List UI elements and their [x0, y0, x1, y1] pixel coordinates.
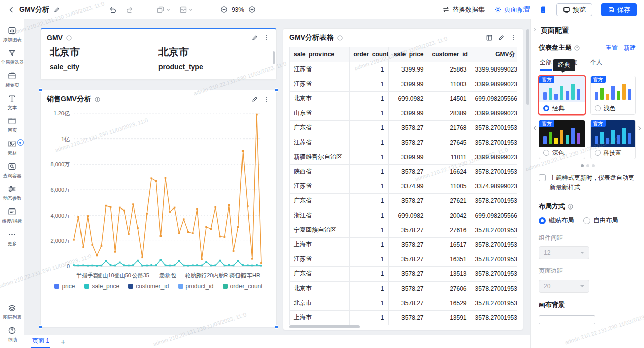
theme-tab-personal[interactable]: 个人	[590, 58, 602, 67]
carousel-next-icon[interactable]	[637, 125, 643, 131]
rename-edit-icon[interactable]	[53, 6, 60, 13]
table-row[interactable]: 江苏省13578.27163513578.270019531250	[290, 252, 517, 266]
table-row[interactable]: 江苏省13374.99110053374.989990234375	[290, 179, 517, 193]
table-row[interactable]: 北京市13578.27165293578.270019531250	[290, 296, 517, 310]
help-circle-icon[interactable]	[574, 45, 580, 51]
widget-gmv-table[interactable]: GMV分析表格 sale_provinceorder_countsale_pri…	[283, 28, 523, 330]
table-row[interactable]: 陕西省13578.27166243578.270019531250	[290, 164, 517, 179]
theme-card[interactable]: 官方经典	[539, 76, 585, 115]
table-row[interactable]: 广东省13578.27135133578.270019531250	[290, 266, 517, 281]
table-row[interactable]: 江苏省13399.99110033399.989990234375	[290, 77, 517, 91]
data-table[interactable]: sale_provinceorder_countsale_pricecustom…	[289, 47, 517, 325]
layer-order-button[interactable]	[179, 6, 193, 14]
table-column-header[interactable]: sale_price	[388, 47, 428, 62]
table-row[interactable]: 上海市13578.27135913578.270019531250	[290, 310, 517, 325]
more-options-icon[interactable]	[510, 34, 517, 41]
theme-card[interactable]: 官方浅色	[590, 76, 636, 115]
theme-radio[interactable]	[543, 150, 549, 156]
layout-option-selected[interactable]: 磁贴布局	[539, 216, 574, 225]
sidebar-item-layer-list[interactable]: 图层列表	[0, 301, 24, 323]
redo-icon[interactable]	[126, 6, 134, 14]
sidebar-item-help[interactable]: 帮助	[0, 323, 24, 346]
preview-button[interactable]: 预览	[556, 3, 592, 16]
table-column-header[interactable]: customer_id	[428, 47, 471, 62]
sidebar-item-dimension-metric[interactable]: 维度/指标	[0, 204, 24, 227]
group-button[interactable]	[156, 6, 170, 14]
canvas-bg-input[interactable]	[539, 315, 595, 324]
table-row[interactable]: 浙江省1699.098220042699.0982055664062	[290, 208, 517, 223]
page-margin-select[interactable]: 20	[539, 280, 589, 293]
legend-item[interactable]: product_id	[178, 283, 214, 290]
zoom-out-icon[interactable]	[220, 6, 228, 13]
reset-theme-link[interactable]: 重置	[606, 44, 618, 52]
table-row[interactable]: 新疆维吾尔自治区13399.99110113399.989990234375	[290, 150, 517, 164]
theme-card[interactable]: 官方深色	[539, 120, 585, 159]
page-config-button[interactable]: 页面配置	[494, 5, 530, 14]
canvas-scrollbar-thumb[interactable]	[526, 29, 529, 105]
sidebar-item-add-chart[interactable]: 添加图表	[0, 23, 24, 46]
theme-radio[interactable]	[595, 150, 601, 156]
sidebar-item-query-container[interactable]: 查询容器	[0, 159, 24, 182]
widget-line-chart[interactable]: 销售GMV分析 02,000万4,000万6,000万8,000万1亿1.20亿…	[40, 90, 277, 327]
radio-icon[interactable]	[539, 217, 546, 224]
dot[interactable]	[581, 164, 584, 167]
table-row[interactable]: 北京市1699.098214501699.0982055664062	[290, 91, 517, 106]
table-view-icon[interactable]	[486, 34, 493, 41]
carousel-dots[interactable]	[539, 164, 636, 167]
dot[interactable]	[592, 164, 595, 167]
radio-icon[interactable]	[583, 217, 590, 224]
table-row[interactable]: 北京市13578.27276063578.270019531250	[290, 281, 517, 296]
more-options-icon[interactable]	[263, 96, 270, 103]
page-tab[interactable]: 页面 1	[31, 335, 50, 348]
line-chart-plot[interactable]: 02,000万4,000万6,000万8,000万1亿1.20亿半指手套登山10…	[46, 107, 271, 282]
sidebar-item-text[interactable]: 文本	[0, 91, 24, 114]
table-row[interactable]: 江苏省13399.99258633399.989990234375	[290, 62, 517, 77]
horizontal-scrollbar-thumb[interactable]	[289, 325, 360, 328]
theme-radio[interactable]	[543, 105, 549, 111]
legend-item[interactable]: order_count	[223, 283, 263, 290]
add-page-icon[interactable]: ＋	[59, 337, 67, 348]
edit-widget-icon[interactable]	[498, 34, 505, 41]
sidebar-item-tab-page[interactable]: 标签页	[0, 68, 24, 91]
sidebar-item-more[interactable]: 更多	[0, 227, 24, 250]
legend-item[interactable]: customer_id	[128, 283, 169, 290]
sidebar-item-material[interactable]: 素材	[0, 136, 24, 159]
back-icon[interactable]	[7, 6, 15, 14]
table-column-header[interactable]: GMV分	[471, 47, 517, 62]
more-options-icon[interactable]	[263, 34, 270, 41]
edit-widget-icon[interactable]	[251, 96, 258, 103]
table-row[interactable]: 广东省13578.27217683578.270019531250	[290, 120, 517, 135]
table-row[interactable]: 宁夏回族自治区13578.27276163578.270019531250	[290, 223, 517, 237]
edit-widget-icon[interactable]	[251, 34, 258, 41]
resize-handle[interactable]	[275, 325, 278, 329]
resize-handle[interactable]	[39, 325, 42, 329]
sidebar-item-dynamic-params[interactable]: 动态参数	[0, 182, 24, 204]
theme-radio[interactable]	[595, 105, 601, 111]
dot[interactable]	[586, 164, 589, 167]
collapse-panel-icon[interactable]	[532, 27, 537, 32]
sidebar-item-webpage[interactable]: 网页	[0, 114, 24, 136]
undo-icon[interactable]	[109, 6, 117, 14]
checkbox[interactable]	[539, 174, 546, 181]
table-row[interactable]: 上海市13578.27165173578.270019531250	[290, 237, 517, 252]
resize-handle[interactable]	[39, 88, 42, 92]
component-gap-select[interactable]: 12	[539, 246, 589, 259]
theme-tab-all[interactable]: 全部	[540, 58, 552, 67]
resize-handle[interactable]	[275, 88, 278, 92]
table-column-header[interactable]: order_count	[349, 47, 388, 62]
replace-dataset-button[interactable]: 替换数据集	[442, 5, 485, 14]
save-button[interactable]: 保存	[601, 3, 637, 16]
theme-card[interactable]: 官方科技蓝	[590, 120, 636, 159]
table-row[interactable]: 山东省13399.99283893399.989990234375	[290, 106, 517, 120]
legend-item[interactable]: sale_price	[84, 283, 119, 290]
carousel-prev-icon[interactable]	[532, 125, 538, 131]
mobile-layout-icon[interactable]	[539, 6, 547, 14]
sidebar-item-filter[interactable]: 全局筛选器	[0, 46, 24, 68]
table-row[interactable]: 江苏省13578.27276453578.270019531250	[290, 135, 517, 150]
table-row[interactable]: 广东省13578.27276213578.270019531250	[290, 193, 517, 208]
help-circle-icon[interactable]	[567, 203, 574, 210]
scrollbar-thumb[interactable]	[273, 51, 275, 64]
new-theme-link[interactable]: 新建	[624, 44, 636, 52]
dashboard-canvas[interactable]: GMV 北京市 sale_city 北京市 product_type	[24, 19, 530, 348]
legend-item[interactable]: price	[54, 283, 75, 290]
